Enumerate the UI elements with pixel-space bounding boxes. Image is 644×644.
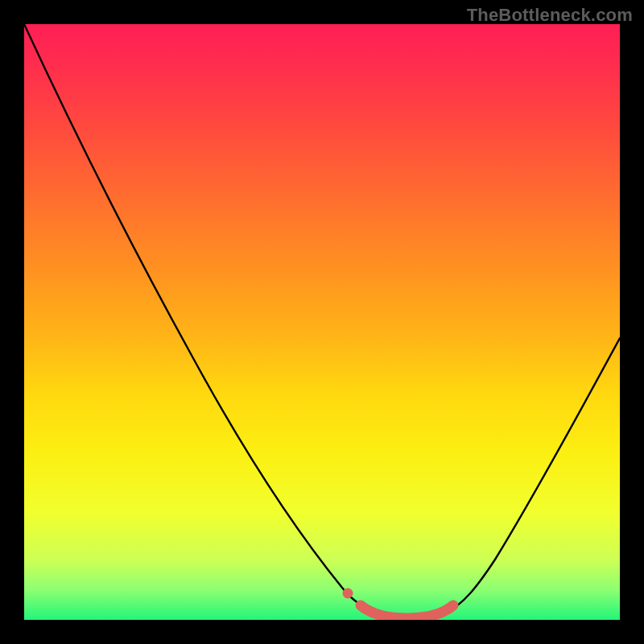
plot-area bbox=[24, 24, 620, 620]
plot-background-gradient bbox=[24, 24, 620, 620]
chart-container: TheBottleneck.com bbox=[0, 0, 644, 644]
watermark-text: TheBottleneck.com bbox=[467, 5, 633, 26]
